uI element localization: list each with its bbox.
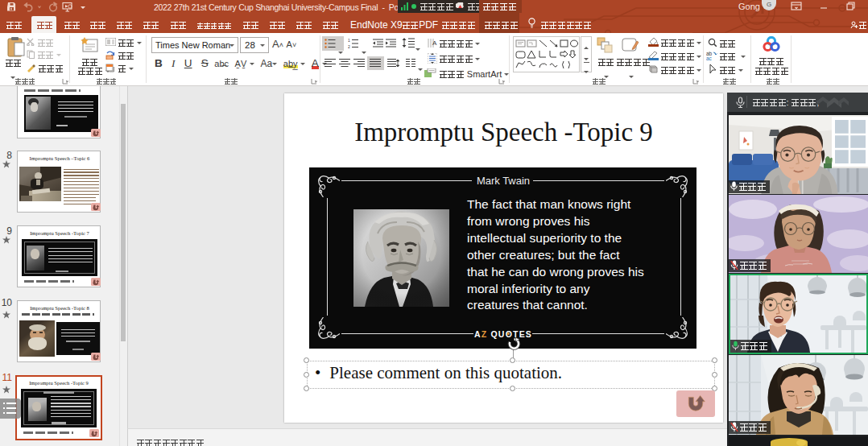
svg-text:A: A (432, 39, 437, 47)
svg-text:1: 1 (348, 39, 350, 43)
svg-text:ac: ac (706, 56, 713, 60)
svg-text:2: 2 (348, 44, 350, 48)
